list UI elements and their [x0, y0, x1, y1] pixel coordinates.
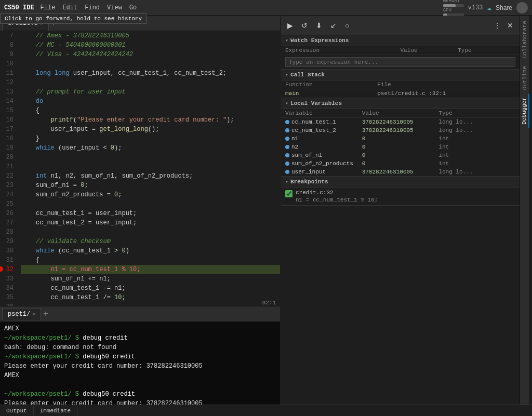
lv-row: cc_num_test_2 378282246310005 long lo... [281, 126, 520, 135]
menu-edit[interactable]: Edit [62, 4, 77, 11]
share-button[interactable]: Share [496, 4, 512, 11]
localvars-column-headers: Variable Value Type [281, 109, 520, 118]
breakpoints-section: ▾ Breakpoints credit.c:32 n1 = cc_num_te… [281, 177, 520, 206]
terminal-tab-label: pset1/ [8, 311, 30, 318]
localvars-arrow-icon: ▾ [285, 100, 288, 106]
watch-expression-input[interactable] [285, 57, 515, 67]
cs-col-fn-label: Function [285, 82, 377, 88]
watch-expressions-section: ▾ Watch Expressions Expression Value Typ… [281, 35, 520, 70]
local-variables-title: Local Variables [290, 100, 342, 106]
menu-find[interactable]: Find [85, 4, 100, 11]
sidebar-outline[interactable]: Outline [521, 63, 529, 93]
bp-checkbox[interactable] [285, 190, 292, 197]
main-layout: credit.c ✕ + 789 101112 131415 161718 19… [0, 16, 532, 405]
debug-stop-button[interactable]: ○ [343, 20, 351, 31]
editor-pane: credit.c ✕ + 789 101112 131415 161718 19… [0, 16, 281, 405]
menu-file[interactable]: File [41, 4, 56, 11]
watch-expressions-title: Watch Expressions [290, 37, 349, 44]
callstack-column-headers: Function File [281, 80, 520, 89]
callstack-arrow-icon: ▾ [285, 72, 288, 78]
debug-pane: ▶ ↺ ⬇ ↙ ○ ⋮ ✕ ▾ Watch Expressions Expres… [281, 16, 520, 405]
lv-row: cc_num_test_1 378282246310005 long lo... [281, 118, 520, 126]
watch-expressions-header[interactable]: ▾ Watch Expressions [281, 35, 520, 46]
debug-step-into-button[interactable]: ↙ [328, 20, 339, 31]
tab-terminal[interactable]: pset1/ ✕ [2, 308, 41, 320]
watch-col-expr-label: Expression [285, 47, 401, 53]
lv-row: sum_of_n1 0 int [281, 151, 520, 159]
debug-toolbar: ▶ ↺ ⬇ ↙ ○ ⋮ ✕ [281, 16, 520, 35]
lv-rows-container: cc_num_test_1 378282246310005 long lo...… [281, 118, 520, 176]
user-avatar [516, 2, 528, 14]
version-label: v133 [468, 4, 483, 11]
terminal-pane: pset1/ ✕ + AMEX ~/workspace/pset1/ $ deb… [0, 306, 280, 405]
tab-immediate[interactable]: Immediate [34, 406, 77, 415]
debug-step-over-button[interactable]: ⬇ [314, 20, 324, 31]
line-numbers: 789 101112 131415 161718 192021 222324 2… [0, 31, 17, 306]
lv-col-val-label: Value [362, 110, 439, 116]
tooltip: Click to go forward, hold to see history [0, 14, 147, 24]
watch-col-val-label: Value [401, 47, 458, 53]
cloud-icon: ☁ [487, 3, 491, 12]
watch-column-headers: Expression Value Type [281, 46, 520, 55]
lv-row: n2 0 int [281, 143, 520, 151]
terminal-tab-close[interactable]: ✕ [32, 311, 35, 317]
bottom-bar: Output Immediate [0, 405, 532, 416]
menu-view[interactable]: View [107, 4, 122, 11]
tab-output[interactable]: Output [0, 406, 34, 415]
sidebar-debugger[interactable]: Debugger [520, 94, 529, 128]
menu-bar: File Edit Find View Go [41, 4, 137, 11]
terminal-tab-bar: pset1/ ✕ + [0, 306, 280, 322]
cs-file-value: pset1/credit.c :32:1 [377, 90, 515, 97]
call-stack-title: Call Stack [290, 72, 325, 78]
local-variables-header[interactable]: ▾ Local Variables [281, 98, 520, 109]
cs-col-file-label: File [377, 82, 515, 88]
debug-refresh-button[interactable]: ↺ [299, 20, 310, 31]
breakpoints-header[interactable]: ▾ Breakpoints [281, 177, 520, 187]
callstack-row: main pset1/credit.c :32:1 [281, 89, 520, 98]
watch-col-type-label: Type [458, 47, 515, 53]
top-bar-right: MEMORY GPU v133 ☁ Share [443, 0, 528, 17]
debug-content: ▾ Watch Expressions Expression Value Typ… [281, 35, 520, 405]
sidebar-collaborate[interactable]: Collaborate [521, 18, 529, 62]
lv-col-type-label: Type [438, 110, 515, 116]
call-stack-header[interactable]: ▾ Call Stack [281, 70, 520, 80]
cs-fn-value: main [285, 90, 377, 97]
app-logo: CS50 IDE [4, 4, 34, 11]
right-sidebar: Collaborate Outline Debugger [520, 16, 529, 405]
lv-row: n1 0 int [281, 135, 520, 143]
breakpoints-arrow-icon: ▾ [285, 179, 288, 185]
watch-input-row [281, 55, 520, 69]
call-stack-section: ▾ Call Stack Function File main pset1/cr… [281, 70, 520, 98]
debug-toolbar-right: ⋮ ✕ [491, 20, 515, 31]
debug-menu-button[interactable]: ⋮ [491, 20, 503, 31]
line-col-indicator: 32:1 [262, 300, 276, 306]
watch-arrow-icon: ▾ [285, 37, 288, 44]
memory-bar: MEMORY GPU [443, 0, 464, 17]
bp-code: n1 = cc_num_test_1 % 10; [296, 197, 378, 203]
bp-rows-container: credit.c:32 n1 = cc_num_test_1 % 10; [281, 187, 520, 205]
lv-row: sum_of_n2_products 0 int [281, 159, 520, 168]
terminal-add-button[interactable]: + [43, 310, 48, 319]
debug-close-button[interactable]: ✕ [505, 20, 515, 31]
local-variables-section: ▾ Local Variables Variable Value Type cc… [281, 98, 520, 177]
lv-col-var-label: Variable [285, 110, 362, 116]
editor-content[interactable]: 789 101112 131415 161718 192021 222324 2… [0, 31, 280, 306]
editor-lines: 789 101112 131415 161718 192021 222324 2… [0, 31, 280, 306]
bp-row: credit.c:32 n1 = cc_num_test_1 % 10; [281, 187, 520, 205]
bp-filename: credit.c:32 [296, 190, 378, 196]
code-area: // Amex - 378282246310005 // MC - 540400… [17, 31, 280, 306]
lv-row: user_input 378282246310005 long lo... [281, 168, 520, 176]
terminal-content[interactable]: AMEX ~/workspace/pset1/ $ debug credit b… [0, 322, 280, 405]
debug-play-button[interactable]: ▶ [285, 20, 295, 31]
breakpoints-title: Breakpoints [290, 179, 328, 185]
menu-go[interactable]: Go [129, 4, 137, 11]
